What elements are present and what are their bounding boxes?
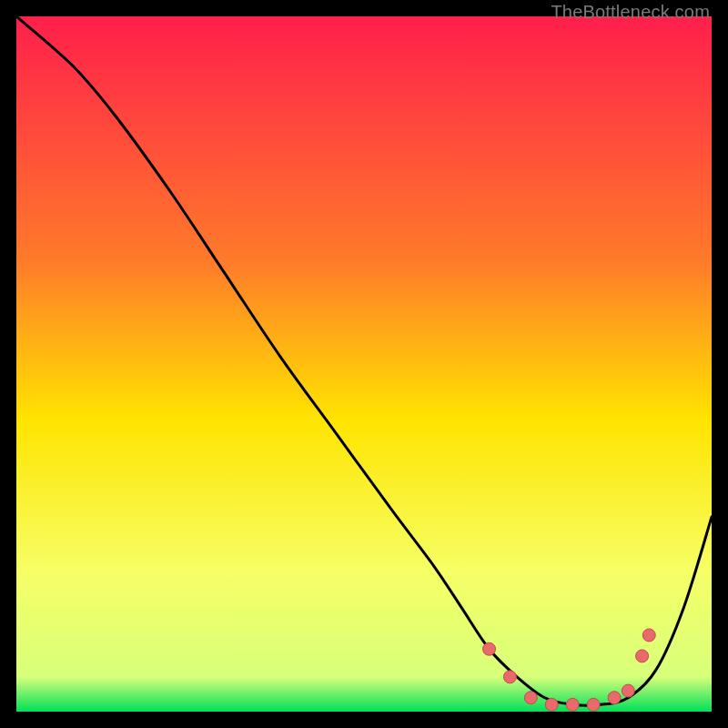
marker-dot <box>608 692 621 704</box>
chart-frame <box>16 16 712 712</box>
marker-dot <box>483 642 496 655</box>
bottleneck-chart <box>16 16 712 712</box>
marker-dot <box>622 684 634 697</box>
marker-dot <box>587 698 600 711</box>
marker-dot <box>642 629 655 642</box>
marker-dot <box>566 698 579 711</box>
marker-dot <box>545 698 558 711</box>
marker-dot <box>636 650 649 662</box>
marker-dot <box>503 671 516 683</box>
marker-dot <box>524 692 537 704</box>
watermark-label: TheBottleneck.com <box>551 2 710 23</box>
